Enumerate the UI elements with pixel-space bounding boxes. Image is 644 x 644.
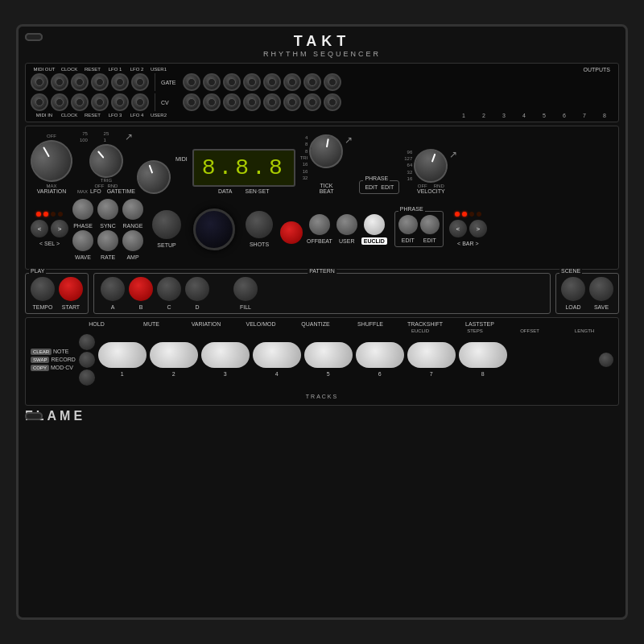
jack-gate-7[interactable]: [303, 73, 321, 91]
phrase-edit1-button[interactable]: [398, 215, 418, 234]
jack-gate-6[interactable]: [283, 73, 301, 91]
start-button[interactable]: [59, 277, 83, 301]
sync-button[interactable]: [97, 199, 118, 220]
jack-user1[interactable]: [131, 73, 149, 91]
jack-gate-3[interactable]: [223, 73, 241, 91]
jack-lfo4[interactable]: [111, 93, 129, 111]
phrase-edit2: EDIT: [381, 184, 394, 190]
pattern-c-label: C: [167, 304, 171, 310]
track-5-button[interactable]: [304, 342, 353, 368]
lfo-arrow: ↗: [125, 131, 133, 142]
variation-knob[interactable]: [23, 132, 80, 189]
user-button[interactable]: [336, 214, 357, 235]
tempo-label: TEMPO: [33, 304, 53, 310]
record-label: RECORD: [51, 357, 75, 362]
jack-gate-1[interactable]: [183, 73, 200, 91]
pattern-a-button[interactable]: [101, 277, 125, 301]
jack-reset-top[interactable]: [71, 73, 89, 91]
reset-bottom-label: RESET: [82, 113, 103, 118]
fill-button[interactable]: [233, 277, 258, 301]
device-body: TAKT RHYTHM SEQUENCER MIDI OUT CLOCK RES…: [16, 24, 628, 620]
pattern-d-label: D: [195, 304, 199, 310]
velocity-knob[interactable]: [409, 144, 452, 188]
beat-knob[interactable]: [307, 132, 346, 171]
jack-cv-8[interactable]: [324, 93, 341, 111]
lfo-knob[interactable]: [82, 137, 130, 184]
jack-lfo3[interactable]: [91, 93, 109, 111]
scene-section-label: SCENE: [559, 268, 582, 274]
mod-cv-label: MOD·CV: [51, 365, 73, 370]
track-7-button[interactable]: [407, 342, 456, 368]
bar-right-button[interactable]: >: [469, 220, 487, 237]
offset-sub-label: OFFSET: [504, 328, 555, 333]
jack-midi-in[interactable]: [31, 93, 48, 111]
main-controls: OFF MAX VARIATION 75100 251: [25, 126, 619, 270]
main-encoder[interactable]: [193, 208, 235, 250]
pattern-d-button[interactable]: [185, 277, 209, 301]
jack-reset-bottom[interactable]: [71, 93, 89, 111]
jack-clock-bottom[interactable]: [51, 93, 68, 111]
pattern-c-button[interactable]: [157, 277, 181, 301]
left-fn-btn-2[interactable]: [79, 352, 95, 368]
bar-left-button[interactable]: <: [449, 220, 467, 237]
sync-label: SYNC: [100, 223, 115, 229]
reset-top-label: RESET: [82, 67, 103, 72]
jack-gate-8[interactable]: [324, 73, 341, 91]
phrase-edit2-button[interactable]: [420, 215, 440, 234]
jack-cv-4[interactable]: [243, 93, 261, 111]
amp-button[interactable]: [122, 230, 143, 251]
right-fn-btn[interactable]: [599, 353, 613, 367]
mute-col-label: MUTE: [126, 321, 177, 327]
jack-cv-7[interactable]: [303, 93, 321, 111]
jack-gate-5[interactable]: [263, 73, 281, 91]
offbeat-button[interactable]: [309, 214, 330, 235]
sel-left-button[interactable]: <: [31, 220, 48, 237]
shots-red-button[interactable]: [280, 221, 303, 244]
user1-label: USER1: [149, 67, 168, 72]
gatetime-knob[interactable]: [132, 155, 175, 199]
track-2-label: 2: [172, 371, 175, 377]
sel-right-button[interactable]: >: [51, 220, 68, 237]
track-4-label: 4: [275, 371, 279, 377]
out-num-2: 2: [475, 113, 493, 118]
jack-gate-4[interactable]: [243, 73, 261, 91]
jack-cv-2[interactable]: [203, 93, 221, 111]
velocity-label: VELOCITY: [417, 188, 445, 194]
jack-cv-3[interactable]: [223, 93, 241, 111]
jack-cv-5[interactable]: [263, 93, 281, 111]
track-6-button[interactable]: [356, 342, 404, 368]
load-button[interactable]: [561, 277, 585, 301]
jack-cv-1[interactable]: [183, 93, 200, 111]
note-label: NOTE: [53, 349, 68, 354]
save-button[interactable]: [589, 277, 613, 301]
left-fn-btn-3[interactable]: [79, 369, 95, 386]
phase-button[interactable]: [72, 199, 93, 220]
mount-hole-tr: [25, 33, 43, 41]
wave-button[interactable]: [72, 230, 93, 251]
jack-midi-out[interactable]: [31, 73, 48, 91]
jack-lfo1[interactable]: [91, 73, 109, 91]
jack-user2[interactable]: [131, 93, 149, 111]
track-1-button[interactable]: [98, 342, 147, 368]
out-num-3: 3: [495, 113, 513, 118]
rate-button[interactable]: [97, 230, 118, 251]
tempo-button[interactable]: [31, 277, 55, 301]
range-button[interactable]: [122, 199, 143, 220]
jack-lfo2[interactable]: [111, 73, 129, 91]
jack-gate-2[interactable]: [203, 73, 221, 91]
pattern-b-label: B: [139, 304, 143, 310]
euclid-button[interactable]: [364, 214, 385, 235]
setup-button[interactable]: [152, 210, 181, 239]
track-2-button[interactable]: [150, 342, 198, 368]
track-4-button[interactable]: [253, 342, 301, 368]
track-8-button[interactable]: [459, 342, 507, 368]
phrase-section-label: PHRASE: [398, 206, 425, 212]
led-3: [51, 212, 56, 217]
jack-cv-6[interactable]: [283, 93, 301, 111]
jack-clock-top[interactable]: [51, 73, 68, 91]
track-3-button[interactable]: [201, 342, 250, 368]
range-label: RANGE: [123, 223, 143, 229]
pattern-b-button[interactable]: [129, 277, 153, 301]
left-fn-btn-1[interactable]: [79, 334, 95, 350]
shots-button[interactable]: [246, 211, 273, 238]
